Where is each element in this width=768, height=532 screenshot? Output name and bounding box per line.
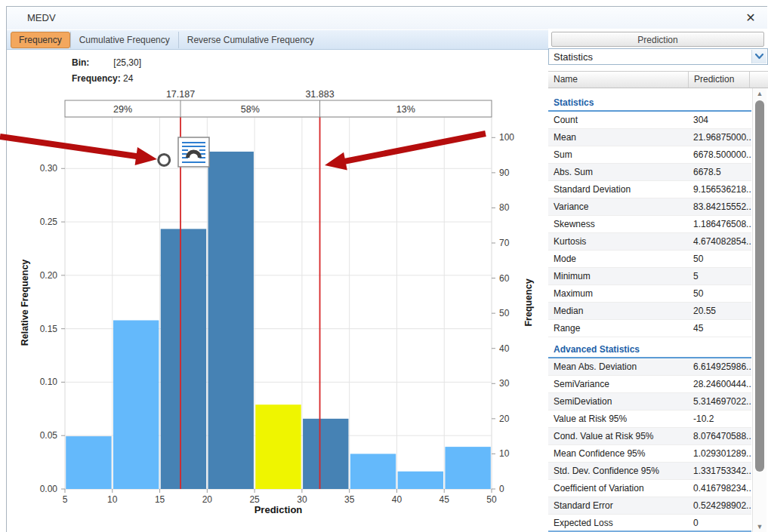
scrollbar-thumb[interactable] — [755, 100, 764, 472]
medv-window: MEDV ✕ Frequency Cumulative Frequency Re… — [0, 0, 768, 532]
bin-tooltip: Bin: [25,30] Frequency: 24 — [72, 57, 141, 89]
view-select[interactable]: Statistics — [548, 48, 768, 65]
stat-name: Kurtosis — [548, 233, 689, 250]
stat-row[interactable]: Kurtosis4.674082854... — [548, 233, 751, 251]
stat-value: 5 — [689, 268, 751, 284]
stat-value: 83.84215552... — [689, 198, 751, 215]
stat-row[interactable]: Skewness1.186476508... — [548, 216, 751, 233]
histogram-bar[interactable] — [303, 419, 348, 489]
stat-row[interactable]: Mean Abs. Deviation6.614925986... — [548, 358, 751, 376]
histogram-bar[interactable] — [445, 447, 490, 489]
histogram-bar[interactable] — [255, 404, 301, 489]
frequency-label: Frequency: — [72, 73, 121, 85]
stat-row[interactable]: Median20.55 — [548, 303, 751, 320]
stat-value: 45 — [689, 320, 751, 337]
x-tick-label: 25 — [249, 494, 260, 505]
stat-value: 21.96875000... — [689, 129, 751, 146]
stat-value: 0.524298902... — [689, 497, 751, 514]
histogram-svg: 17.18731.88329%58%13%5101520253035404550… — [0, 50, 548, 532]
stat-row[interactable]: Std. Dev. Confidence 95%1.331753342... — [548, 463, 751, 480]
tab-frequency[interactable]: Frequency — [11, 32, 70, 48]
right-tick-label: 10 — [499, 448, 510, 459]
stat-row[interactable]: Abs. Sum6678.5 — [548, 164, 751, 181]
chevron-down-icon[interactable] — [751, 50, 766, 63]
stat-name: Standard Deviation — [548, 181, 689, 198]
stat-value: 9.156536218... — [689, 181, 751, 198]
tab-reverse-cumulative-frequency[interactable]: Reverse Cumulative Frequency — [178, 32, 322, 48]
percentile-value-label: 31.883 — [305, 89, 334, 100]
x-axis-title: Prediction — [254, 504, 303, 515]
stat-row[interactable]: Standard Error0.524298902... — [548, 497, 751, 515]
stat-name: Maximum — [548, 285, 689, 302]
stat-name: Range — [548, 320, 689, 337]
x-tick-label: 40 — [392, 494, 403, 505]
histogram-bar[interactable] — [398, 472, 443, 489]
right-tick-label: 30 — [499, 378, 510, 389]
right-tick-label: 90 — [499, 168, 510, 178]
x-tick-label: 50 — [486, 494, 497, 505]
header-filler — [750, 72, 768, 88]
stats-table-header: Name Prediction — [548, 71, 768, 88]
right-tick-label: 70 — [499, 238, 510, 248]
stat-value: 1.029301289... — [689, 445, 751, 462]
x-tick-label: 45 — [440, 494, 450, 505]
stat-name: Expected Loss — [548, 515, 689, 531]
stat-value: 50 — [689, 285, 751, 302]
stat-row[interactable]: Count304 — [548, 112, 751, 129]
histogram-bar[interactable] — [161, 229, 206, 489]
tab-cumulative-frequency[interactable]: Cumulative Frequency — [70, 32, 178, 48]
stat-value: 8.076470588... — [689, 428, 751, 444]
stats-table: StatisticsCount304Mean21.96875000...Sum6… — [548, 88, 751, 532]
stat-value: 1.186476508... — [689, 216, 751, 232]
stat-row[interactable]: Range45 — [548, 320, 751, 337]
scroll-down-icon[interactable]: ▼ — [753, 523, 766, 530]
x-tick-label: 10 — [107, 494, 118, 505]
segment-percent-label: 29% — [113, 104, 132, 115]
column-header-button[interactable]: Prediction — [551, 32, 764, 47]
stat-value: 50 — [689, 251, 751, 267]
stat-row[interactable]: Standard Deviation9.156536218... — [548, 181, 751, 198]
section-header: Statistics — [548, 95, 751, 112]
scroll-up-icon[interactable]: ▲ — [753, 90, 766, 97]
close-icon[interactable]: ✕ — [743, 11, 758, 26]
histogram-bar[interactable] — [66, 436, 111, 489]
histogram-bar[interactable] — [208, 152, 254, 489]
stat-name: Sum — [548, 146, 689, 163]
header-prediction[interactable]: Prediction — [689, 72, 750, 88]
stat-row[interactable]: Value at Risk 95%-10.2 — [548, 411, 751, 428]
left-tick-label: 0.15 — [40, 324, 58, 334]
stat-row[interactable]: Maximum50 — [548, 285, 751, 303]
stat-row[interactable]: Mean Confidence 95%1.029301289... — [548, 445, 751, 463]
x-tick-label: 15 — [155, 494, 165, 505]
stat-row[interactable]: Mean21.96875000... — [548, 129, 751, 146]
stat-name: Mean — [548, 129, 689, 146]
right-tick-label: 0 — [499, 484, 504, 494]
right-tick-label: 40 — [499, 343, 510, 354]
section-header: Advanced Statistics — [548, 342, 751, 358]
bin-value: [25,30] — [113, 57, 141, 68]
stat-value: 304 — [689, 112, 751, 128]
segment-percent-label: 13% — [396, 104, 415, 115]
stat-row[interactable]: Mode50 — [548, 251, 751, 268]
x-tick-label: 20 — [202, 494, 213, 505]
tab-bar: Frequency Cumulative Frequency Reverse C… — [7, 30, 548, 50]
gauge-drag-icon — [178, 137, 209, 167]
stat-value: 6678.500000... — [689, 146, 751, 163]
histogram-bar[interactable] — [350, 454, 396, 489]
stat-name: Abs. Sum — [548, 164, 689, 180]
x-tick-label: 5 — [63, 494, 68, 505]
stat-row[interactable]: Cond. Value at Risk 95%8.076470588... — [548, 428, 751, 445]
stat-row[interactable]: SemiDeviation5.314697022... — [548, 393, 751, 411]
header-name[interactable]: Name — [548, 72, 689, 88]
stat-row[interactable]: Sum6678.500000... — [548, 146, 751, 164]
stat-row[interactable]: Variance83.84215552... — [548, 198, 751, 216]
stat-row[interactable]: SemiVariance28.24600444... — [548, 376, 751, 393]
right-tick-label: 60 — [499, 273, 510, 284]
stat-row[interactable]: Minimum5 — [548, 268, 751, 285]
stat-value: 1.331753342... — [689, 463, 751, 479]
scrollbar[interactable]: ▲ ▼ — [752, 88, 766, 532]
stat-row[interactable]: Coefficient of Variation0.416798234... — [548, 480, 751, 497]
histogram-bar[interactable] — [113, 320, 159, 489]
x-tick-label: 35 — [344, 494, 355, 505]
stat-row[interactable]: Expected Loss0 — [548, 515, 751, 532]
